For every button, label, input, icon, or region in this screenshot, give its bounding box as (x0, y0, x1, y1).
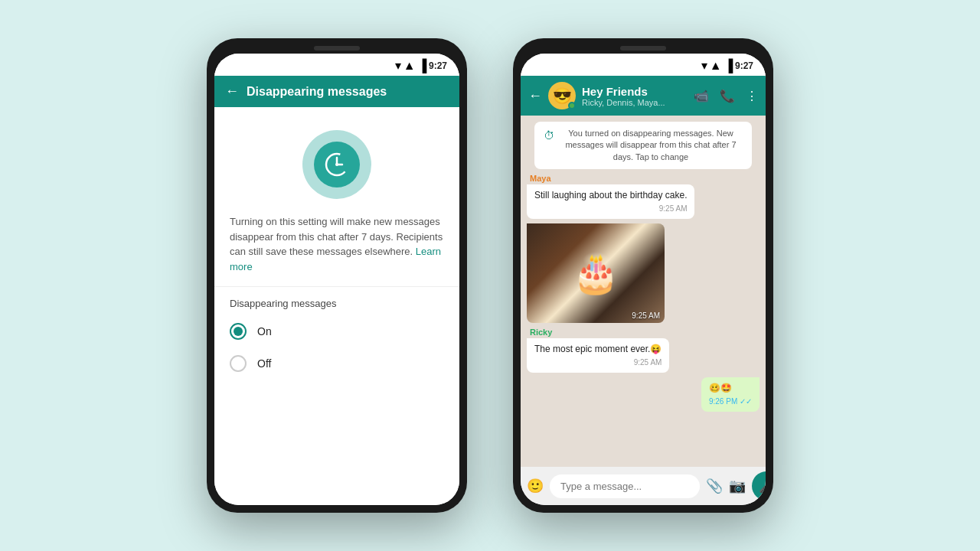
description-main: Turning on this setting will make new me… (230, 216, 443, 257)
clock-icon-bg (302, 130, 371, 199)
status-bar-chat: ▾ ▲ ▐ 9:27 (521, 54, 766, 76)
system-clock-icon: ⏱ (544, 129, 554, 144)
settings-content: Turning on this setting will make new me… (214, 107, 459, 505)
phone-speaker-2 (620, 46, 666, 51)
radio-label-off: Off (257, 357, 271, 370)
timer-svg (324, 152, 350, 178)
icon-area (214, 107, 459, 214)
message-ricky: Ricky The most epic moment ever.😝 9:25 A… (527, 328, 760, 373)
bubble-time-sent: 9:26 PM ✓✓ (709, 396, 752, 407)
bubble-time-maya-text: 9:25 AM (534, 204, 687, 214)
radio-option-on[interactable]: On (214, 315, 459, 347)
phone-inner-chat: ▾ ▲ ▐ 9:27 ← 😎 Hey Friends Ricky, Dennis… (521, 54, 766, 505)
battery-icon-2: ▐ (724, 59, 733, 73)
bubble-sent: 🥴🤩 9:26 PM ✓✓ (701, 377, 760, 412)
page-title-settings: Disappearing messages (247, 85, 449, 99)
bubble-time-ricky: 9:25 AM (534, 357, 662, 368)
status-time-2: 9:27 (735, 60, 753, 71)
emoji-icon[interactable]: 🙂 (527, 478, 544, 494)
status-bar-settings: ▾ ▲ ▐ 9:27 (214, 54, 459, 76)
wa-header-settings: ← Disappearing messages (214, 76, 459, 107)
radio-option-off[interactable]: Off (214, 347, 459, 380)
message-input[interactable] (550, 474, 700, 498)
bubble-ricky: The most epic moment ever.😝 9:25 AM (527, 338, 669, 373)
signal-icon-2: ▾ (701, 58, 707, 73)
radio-outer-on[interactable] (230, 323, 247, 340)
status-time: 9:27 (429, 60, 447, 71)
message-sent: 🥴🤩 9:26 PM ✓✓ (527, 377, 760, 412)
chat-body: ⏱ You turned on disappearing messages. N… (521, 116, 766, 467)
radio-inner-on (234, 327, 243, 336)
clock-icon (314, 142, 360, 187)
cake-image-bubble: 9:25 AM (527, 223, 665, 323)
status-icons-2: ▾ ▲ ▐ 9:27 (701, 58, 753, 73)
cake-image (527, 223, 665, 323)
bubble-text-ricky: The most epic moment ever.😝 (534, 344, 662, 354)
voice-call-icon[interactable]: 📞 (720, 89, 735, 103)
system-message[interactable]: ⏱ You turned on disappearing messages. N… (534, 122, 752, 169)
chat-name: Hey Friends (582, 85, 688, 98)
chat-input-bar: 🙂 📎 📷 🎤 (521, 467, 766, 505)
mic-icon: 🎤 (759, 479, 766, 494)
chat-info[interactable]: Hey Friends Ricky, Dennis, Maya... (582, 85, 688, 107)
radio-outer-off[interactable] (230, 355, 247, 372)
wifi-icon: ▲ (403, 59, 416, 73)
radio-label-on: On (257, 325, 272, 337)
back-button-settings[interactable]: ← (225, 83, 239, 99)
phone-chat: ▾ ▲ ▐ 9:27 ← 😎 Hey Friends Ricky, Dennis… (513, 38, 773, 513)
mic-button[interactable]: 🎤 (752, 471, 766, 500)
description-text: Turning on this setting will make new me… (214, 214, 459, 287)
scene: ▾ ▲ ▐ 9:27 ← Disappearing messages (207, 38, 773, 513)
sender-maya: Maya (530, 174, 551, 183)
phone-settings: ▾ ▲ ▐ 9:27 ← Disappearing messages (207, 38, 467, 513)
avatar-wrap: 😎 (548, 82, 576, 109)
camera-icon[interactable]: 📷 (729, 478, 746, 494)
signal-icon: ▾ (395, 58, 401, 73)
more-options-icon[interactable]: ⋮ (746, 89, 758, 103)
attachment-icon[interactable]: 📎 (706, 478, 723, 494)
chat-header: ← 😎 Hey Friends Ricky, Dennis, Maya... 📹… (521, 76, 766, 116)
image-time-overlay: 9:25 AM (632, 311, 660, 320)
system-message-text: You turned on disappearing messages. New… (559, 128, 743, 163)
message-maya-text: Maya Still laughing about the birthday c… (527, 174, 760, 219)
back-button-chat[interactable]: ← (528, 88, 542, 104)
status-icons: ▾ ▲ ▐ 9:27 (395, 58, 447, 73)
message-maya-image: 9:25 AM (527, 223, 760, 323)
chat-action-icons: 📹 📞 ⋮ (694, 89, 758, 103)
bubble-text-sent: 🥴🤩 (709, 383, 732, 393)
phone-inner-settings: ▾ ▲ ▐ 9:27 ← Disappearing messages (214, 54, 459, 505)
bubble-text-maya: Still laughing about the birthday cake. (534, 190, 687, 201)
phone-speaker (314, 46, 360, 51)
svg-point-3 (335, 163, 338, 166)
sender-ricky: Ricky (530, 328, 552, 337)
video-call-icon[interactable]: 📹 (694, 89, 709, 103)
chat-sub: Ricky, Dennis, Maya... (582, 98, 688, 107)
section-title: Disappearing messages (214, 287, 459, 315)
online-indicator (568, 102, 576, 109)
bubble-maya-text: Still laughing about the birthday cake. … (527, 184, 694, 219)
battery-icon: ▐ (418, 59, 426, 73)
wifi-icon-2: ▲ (710, 59, 722, 73)
